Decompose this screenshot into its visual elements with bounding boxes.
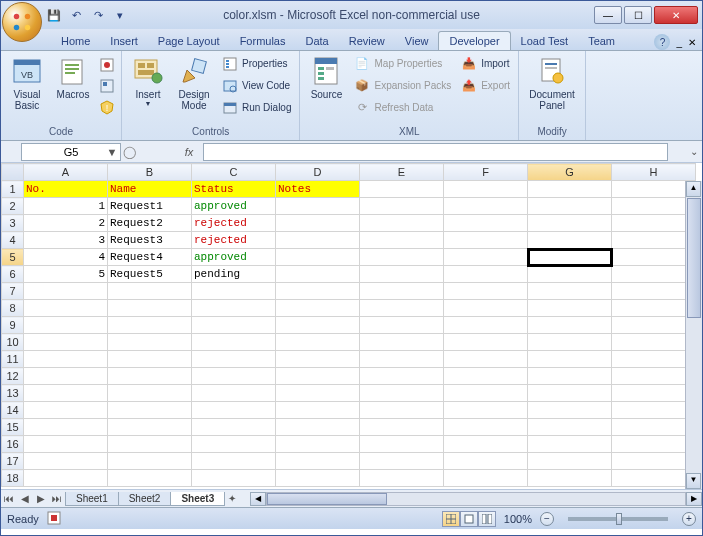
cell-C6[interactable]: pending	[192, 266, 276, 283]
cell-G17[interactable]	[528, 453, 612, 470]
cell-A18[interactable]	[24, 470, 108, 487]
column-header-H[interactable]: H	[612, 164, 696, 181]
cell-C11[interactable]	[192, 351, 276, 368]
design-mode-button[interactable]: Design Mode	[172, 53, 216, 119]
cell-G13[interactable]	[528, 385, 612, 402]
cell-B1[interactable]: Name	[108, 181, 192, 198]
cell-D9[interactable]	[276, 317, 360, 334]
cell-D17[interactable]	[276, 453, 360, 470]
source-button[interactable]: Source	[304, 53, 348, 119]
cell-D3[interactable]	[276, 215, 360, 232]
cell-D18[interactable]	[276, 470, 360, 487]
column-header-E[interactable]: E	[360, 164, 444, 181]
cell-B12[interactable]	[108, 368, 192, 385]
scroll-up-button[interactable]: ▲	[686, 181, 701, 197]
cell-C8[interactable]	[192, 300, 276, 317]
import-button[interactable]: 📥Import	[457, 53, 514, 74]
cell-B2[interactable]: Request1	[108, 198, 192, 215]
maximize-button[interactable]: ☐	[624, 6, 652, 24]
cell-H18[interactable]	[612, 470, 696, 487]
zoom-in-button[interactable]: +	[682, 512, 696, 526]
cell-G14[interactable]	[528, 402, 612, 419]
map-properties-button[interactable]: 📄Map Properties	[350, 53, 455, 74]
row-header-12[interactable]: 12	[2, 368, 24, 385]
redo-icon[interactable]: ↷	[89, 6, 107, 24]
cell-E5[interactable]	[360, 249, 444, 266]
formula-input[interactable]	[203, 143, 668, 161]
cell-A8[interactable]	[24, 300, 108, 317]
cell-E8[interactable]	[360, 300, 444, 317]
tab-developer[interactable]: Developer	[438, 31, 510, 50]
cell-A4[interactable]: 3	[24, 232, 108, 249]
cell-F1[interactable]	[444, 181, 528, 198]
cell-C4[interactable]: rejected	[192, 232, 276, 249]
cell-C17[interactable]	[192, 453, 276, 470]
cell-F14[interactable]	[444, 402, 528, 419]
cell-H11[interactable]	[612, 351, 696, 368]
cell-A9[interactable]	[24, 317, 108, 334]
cell-B17[interactable]	[108, 453, 192, 470]
column-header-A[interactable]: A	[24, 164, 108, 181]
cell-F4[interactable]	[444, 232, 528, 249]
insert-controls-button[interactable]: Insert▼	[126, 53, 170, 119]
sheet-nav-first-icon[interactable]: ⏮	[1, 493, 17, 504]
cell-E17[interactable]	[360, 453, 444, 470]
cell-F17[interactable]	[444, 453, 528, 470]
cell-G4[interactable]	[528, 232, 612, 249]
cell-F2[interactable]	[444, 198, 528, 215]
zoom-slider-thumb[interactable]	[616, 513, 622, 525]
cell-H4[interactable]	[612, 232, 696, 249]
cell-A3[interactable]: 2	[24, 215, 108, 232]
cell-B13[interactable]	[108, 385, 192, 402]
row-header-13[interactable]: 13	[2, 385, 24, 402]
page-break-view-button[interactable]	[478, 511, 496, 527]
cell-G8[interactable]	[528, 300, 612, 317]
sheet-nav-last-icon[interactable]: ⏭	[49, 493, 65, 504]
cell-E15[interactable]	[360, 419, 444, 436]
tab-data[interactable]: Data	[295, 32, 338, 50]
row-header-7[interactable]: 7	[2, 283, 24, 300]
column-header-G[interactable]: G	[528, 164, 612, 181]
cell-D4[interactable]	[276, 232, 360, 249]
row-header-5[interactable]: 5	[2, 249, 24, 266]
macro-record-status-icon[interactable]	[47, 511, 61, 527]
horizontal-scroll-thumb[interactable]	[267, 493, 387, 505]
cell-G9[interactable]	[528, 317, 612, 334]
insert-function-button[interactable]: fx	[177, 146, 201, 158]
help-icon[interactable]: ?	[654, 34, 670, 50]
cell-D14[interactable]	[276, 402, 360, 419]
cell-C2[interactable]: approved	[192, 198, 276, 215]
ribbon-minimize-icon[interactable]: _	[676, 37, 682, 48]
cell-B5[interactable]: Request4	[108, 249, 192, 266]
cell-D12[interactable]	[276, 368, 360, 385]
column-header-B[interactable]: B	[108, 164, 192, 181]
cell-B11[interactable]	[108, 351, 192, 368]
cell-E16[interactable]	[360, 436, 444, 453]
cell-C5[interactable]: approved	[192, 249, 276, 266]
cell-A10[interactable]	[24, 334, 108, 351]
cell-E4[interactable]	[360, 232, 444, 249]
cell-A11[interactable]	[24, 351, 108, 368]
cell-E12[interactable]	[360, 368, 444, 385]
tab-team[interactable]: Team	[578, 32, 625, 50]
zoom-out-button[interactable]: −	[540, 512, 554, 526]
scroll-right-button[interactable]: ▶	[686, 492, 702, 506]
select-all-cell[interactable]	[2, 164, 24, 181]
row-header-1[interactable]: 1	[2, 181, 24, 198]
sheet-tab-sheet3[interactable]: Sheet3	[170, 492, 225, 506]
properties-button[interactable]: Properties	[218, 53, 295, 74]
cell-H12[interactable]	[612, 368, 696, 385]
cell-C16[interactable]	[192, 436, 276, 453]
row-header-17[interactable]: 17	[2, 453, 24, 470]
cell-H7[interactable]	[612, 283, 696, 300]
row-header-16[interactable]: 16	[2, 436, 24, 453]
cell-F3[interactable]	[444, 215, 528, 232]
cell-F11[interactable]	[444, 351, 528, 368]
tab-home[interactable]: Home	[51, 32, 100, 50]
cell-C10[interactable]	[192, 334, 276, 351]
cell-F13[interactable]	[444, 385, 528, 402]
cell-A5[interactable]: 4	[24, 249, 108, 266]
cell-E10[interactable]	[360, 334, 444, 351]
column-header-C[interactable]: C	[192, 164, 276, 181]
tab-view[interactable]: View	[395, 32, 439, 50]
